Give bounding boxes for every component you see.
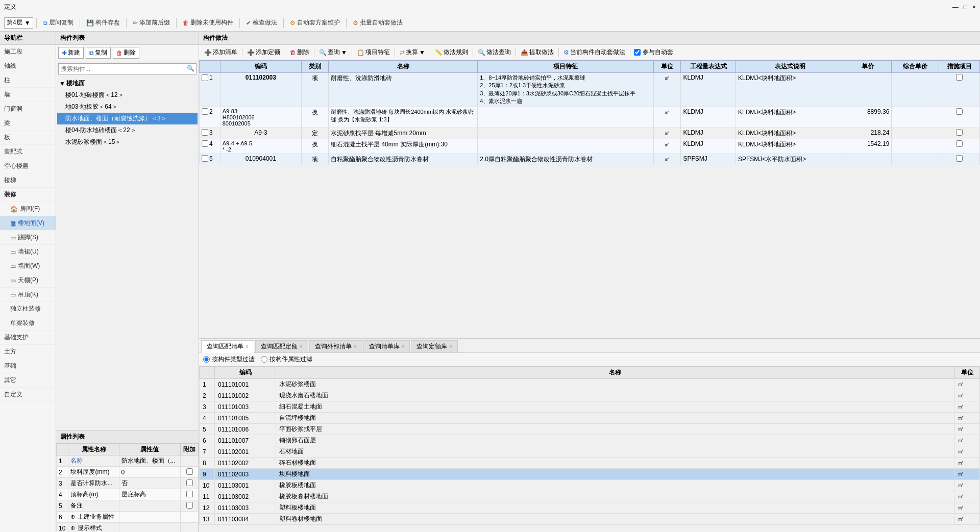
row-checkbox[interactable] [202,140,208,147]
list-item[interactable]: 水泥砂浆楼面＜15＞ [57,136,198,148]
table-row[interactable]: 13 011103004 塑料卷材楼地面 ㎡ [200,514,980,525]
auto-method-maintain-button[interactable]: ⚙ 自动套方案维护 [287,17,343,28]
save-component-button[interactable]: 💾 构件存盘 [83,17,123,28]
close-button[interactable]: × [972,4,976,11]
attr-checkbox[interactable] [186,491,193,497]
nav-item-suspended[interactable]: ▭ 吊顶(K) [0,288,56,302]
add-quota-button[interactable]: ➕ 添加定额 [244,46,283,58]
nav-item-custom[interactable]: 自定义 [0,388,56,402]
participate-checkbox-wrap[interactable]: 参与自动套 [634,48,673,57]
nav-item-dado[interactable]: ▭ 墙裙(U) [0,245,56,259]
measure-checkbox[interactable] [956,155,963,162]
check-method-button[interactable]: ✔ 检查做法 [243,17,280,28]
filter-type-radio[interactable] [203,356,210,363]
table-row[interactable]: 4 011101005 自流坪楼地面 ㎡ [200,413,980,424]
nav-item-construction[interactable]: 施工段 [0,45,56,59]
table-row[interactable]: 8 011102002 碎石材楼地面 ㎡ [200,458,980,469]
nav-item-decoration[interactable]: 装修 [0,188,56,202]
measure-checkbox[interactable] [956,74,963,81]
nav-item-beam[interactable]: 梁 [0,116,56,131]
new-component-button[interactable]: ✚ 新建 [58,47,84,59]
attr-checkbox[interactable] [186,502,193,509]
table-row[interactable]: 2 A9-83 H800102006 800102005 换 耐磨性、洗涤防滑地… [200,107,980,128]
table-row[interactable]: 1 011102003 项 耐磨性、洗涤防滑地砖 1、8~14厚防滑地砖铺实拍平… [200,73,980,107]
floor-copy-button[interactable]: ⧉ 层间复制 [40,17,77,28]
nav-item-column-dec[interactable]: 独立柱装修 [0,302,56,316]
nav-item-axis[interactable]: 轴线 [0,59,56,73]
nav-item-foundation-support[interactable]: 基础支护 [0,331,56,345]
table-row[interactable]: 4 A9-4 + A9-5 * -2 换 细石混凝土找平层 40mm 实际厚度(… [200,139,980,154]
project-feature-button[interactable]: 📋 项目特征 [354,46,393,58]
table-row[interactable]: 12 011103003 塑料板楼地面 ㎡ [200,502,980,514]
tab-query-listdb[interactable]: 查询清单库 × [363,340,410,352]
batch-auto-method-button[interactable]: ⚙ 批量自动套做法 [350,17,406,28]
layer-select[interactable]: 第4层 ▼ [4,17,33,29]
nav-item-hollow[interactable]: 空心楼盖 [0,159,56,173]
search-input[interactable] [58,63,197,74]
nav-item-wall[interactable]: 墙 [0,88,56,102]
auto-method-button[interactable]: ⚙ 当前构件自动套做法 [560,46,628,58]
minimize-button[interactable]: — [952,4,959,11]
tab-query-quotadb[interactable]: 查询定额库 × [411,340,458,352]
attr-checkbox[interactable] [186,479,193,486]
nav-item-wall-face[interactable]: ▭ 墙面(W) [0,259,56,273]
nav-item-column[interactable]: 柱 [0,73,56,88]
participate-checkbox[interactable] [634,49,641,56]
row-checkbox[interactable] [202,129,208,136]
row-checkbox[interactable] [202,108,208,115]
nav-item-beam-dec[interactable]: 单梁装修 [0,316,56,331]
table-row[interactable]: 1 011101001 水泥砂浆楼面 ㎡ [200,379,980,390]
table-row[interactable]: 9 011102003 块料楼地面 ㎡ [200,469,980,480]
measure-checkbox[interactable] [956,108,963,115]
list-item[interactable]: 地03-地板胶＜64＞ [57,101,198,113]
row-checkbox[interactable] [202,74,208,81]
filter-attr-radio[interactable] [261,356,267,363]
tab-close-icon[interactable]: × [246,344,249,349]
list-item[interactable]: 楼01-地砖楼面＜12＞ [57,89,198,101]
row-checkbox[interactable] [202,155,208,162]
tab-query-external[interactable]: 查询外部清单 × [309,340,362,352]
extract-method-button[interactable]: 📤 提取做法 [518,46,557,58]
nav-item-assembly[interactable]: 装配式 [0,145,56,159]
table-row[interactable]: 2 011101002 现浇水磨石楼地面 ㎡ [200,390,980,401]
table-row[interactable]: 10 011103001 橡胶板楼地面 ㎡ [200,480,980,491]
nav-item-door[interactable]: 门窗洞 [0,102,56,116]
nav-item-floor[interactable]: ▦ 楼地面(V) [0,216,56,231]
table-row[interactable]: 3 011101003 细石混凝土地面 ㎡ [200,401,980,413]
table-row[interactable]: 7 011102001 石材地面 ㎡ [200,446,980,458]
nav-item-baseboard[interactable]: ▭ 踢脚(S) [0,231,56,245]
table-row[interactable]: 11 011103002 橡胶板卷材楼地面 ㎡ [200,491,980,502]
delete-unused-button[interactable]: 🗑 删除未使用构件 [180,17,236,28]
nav-item-stairs[interactable]: 楼梯 [0,173,56,188]
table-row[interactable]: 5 011101006 平面砂浆找平层 ㎡ [200,424,980,435]
nav-item-foundation[interactable]: 基础 [0,359,56,373]
nav-item-slab[interactable]: 板 [0,131,56,145]
method-query-button[interactable]: 🔍 做法查询 [475,46,514,58]
window-controls[interactable]: — □ × [952,4,976,11]
measure-checkbox[interactable] [956,129,963,136]
convert-button[interactable]: ⇄ 换算 ▼ [397,46,428,58]
measure-checkbox[interactable] [956,140,963,147]
delete-component-button[interactable]: 🗑 删除 [113,47,139,59]
method-rule-button[interactable]: 📏 做法规则 [432,46,471,58]
query-button[interactable]: 🔍 查询 ▼ [316,46,350,58]
tab-query-list[interactable]: 查询匹配清单 × [201,340,254,353]
table-row[interactable]: 6 011101007 铺砌卵石面层 ㎡ [200,435,980,446]
tab-close-icon[interactable]: × [449,344,452,349]
attr-checkbox[interactable] [186,468,193,475]
delete-method-button[interactable]: 🗑 删除 [287,46,312,58]
tab-query-quota[interactable]: 查询匹配定额 × [255,340,308,352]
tab-close-icon[interactable]: × [300,344,303,349]
add-prefix-button[interactable]: ✏ 添加前后缀 [130,17,173,28]
maximize-button[interactable]: □ [964,4,967,11]
table-row[interactable]: 5 010904001 项 自粘聚酯胎聚合物改性沥青防水卷材 2.0厚自粘聚酯胎… [200,154,980,165]
nav-item-other[interactable]: 其它 [0,373,56,388]
table-row[interactable]: 3 A9-3 定 水泥砂浆找平层 每增减5mm 20mm ㎡ KLDMJ KLD… [200,128,980,139]
nav-item-room[interactable]: 🏠 房间(F) [0,202,56,216]
add-list-button[interactable]: ➕ 添加清单 [201,46,240,58]
list-item-selected[interactable]: 防水地面、楼面（耐腐蚀洗涤）＜3＞ [57,113,198,124]
list-item[interactable]: 楼04-防水地砖楼面＜22＞ [57,124,198,136]
filter-by-type[interactable]: 按构件类型过滤 [203,355,255,364]
filter-by-attr[interactable]: 按构件属性过滤 [261,355,312,364]
nav-item-earthwork[interactable]: 土方 [0,345,56,359]
